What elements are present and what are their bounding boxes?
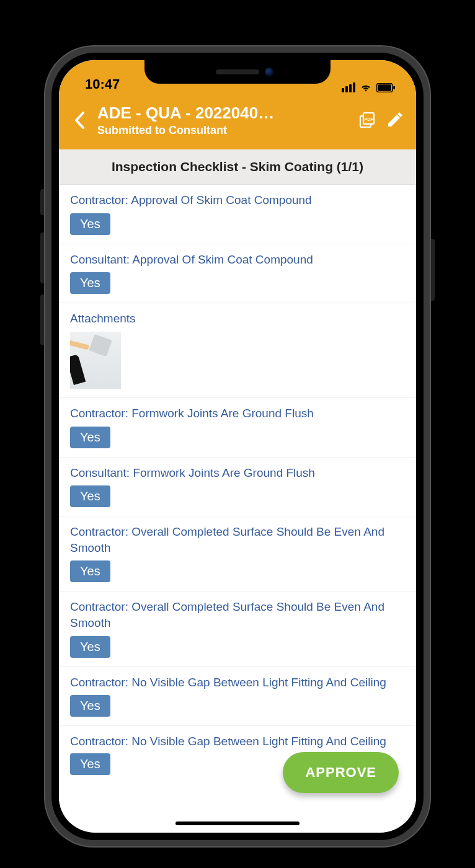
section-title: Inspection Checklist - Skim Coating (1/1… — [59, 149, 416, 185]
checklist-item: Contractor: No Visible Gap Between Light… — [59, 667, 416, 727]
checklist-item: Contractor: Overall Completed Surface Sh… — [59, 516, 416, 591]
home-indicator[interactable] — [175, 822, 300, 825]
wifi-icon — [360, 82, 372, 92]
checklist-item: Consultant: Formwork Joints Are Ground F… — [59, 458, 416, 517]
checklist-item-label: Consultant: Formwork Joints Are Ground F… — [70, 465, 405, 481]
svg-text:PDF: PDF — [365, 117, 374, 122]
pencil-icon — [386, 112, 402, 128]
back-button[interactable] — [71, 112, 89, 129]
answer-chip[interactable]: Yes — [70, 272, 110, 294]
screen: 10:47 — [59, 60, 416, 833]
chevron-left-icon — [74, 111, 86, 130]
checklist-content[interactable]: Contractor: Approval Of Skim Coat Compou… — [59, 185, 416, 823]
pdf-button[interactable]: PDF — [358, 111, 376, 130]
checklist-item-label: Contractor: Formwork Joints Are Ground F… — [70, 405, 405, 422]
cellular-signal-icon — [342, 82, 355, 92]
checklist-item-label: Consultant: Approval Of Skim Coat Compou… — [70, 252, 405, 268]
approve-button[interactable]: APPROVE — [283, 752, 399, 793]
answer-chip[interactable]: Yes — [70, 636, 110, 658]
checklist-item: Consultant: Approval Of Skim Coat Compou… — [59, 244, 416, 304]
header-subtitle: Submitted to Consultant — [97, 124, 349, 137]
app-header: ADE - QUA - 2022040… Submitted to Consul… — [59, 94, 416, 149]
checklist-item: Contractor: Formwork Joints Are Ground F… — [59, 398, 416, 458]
answer-chip[interactable]: Yes — [70, 753, 110, 775]
answer-chip[interactable]: Yes — [70, 427, 110, 448]
svg-rect-1 — [378, 84, 391, 91]
answer-chip[interactable]: Yes — [70, 485, 110, 507]
edit-button[interactable] — [385, 111, 404, 130]
attachments-label: Attachments — [70, 311, 405, 327]
phone-frame: 10:47 — [45, 46, 430, 846]
checklist-item: Contractor: Overall Completed Surface Sh… — [59, 591, 416, 666]
svg-rect-2 — [393, 86, 395, 89]
answer-chip[interactable]: Yes — [70, 695, 110, 717]
notch — [144, 60, 331, 84]
answer-chip[interactable]: Yes — [70, 560, 110, 582]
checklist-item: Contractor: Approval Of Skim Coat Compou… — [59, 185, 416, 244]
attachment-thumbnail[interactable] — [70, 332, 121, 389]
pdf-icon: PDF — [358, 112, 376, 129]
checklist-item-label: Contractor: Approval Of Skim Coat Compou… — [70, 192, 405, 208]
checklist-item-label: Contractor: Overall Completed Surface Sh… — [70, 599, 405, 631]
attachments-item: Attachments — [59, 303, 416, 398]
header-title: ADE - QUA - 2022040… — [97, 104, 349, 123]
answer-chip[interactable]: Yes — [70, 213, 110, 235]
checklist-item-label: Contractor: No Visible Gap Between Light… — [70, 675, 405, 691]
status-time: 10:47 — [85, 76, 120, 92]
checklist-item-label: Contractor: Overall Completed Surface Sh… — [70, 524, 405, 556]
battery-icon — [376, 83, 395, 92]
checklist-item-label: Contractor: No Visible Gap Between Light… — [70, 733, 405, 750]
